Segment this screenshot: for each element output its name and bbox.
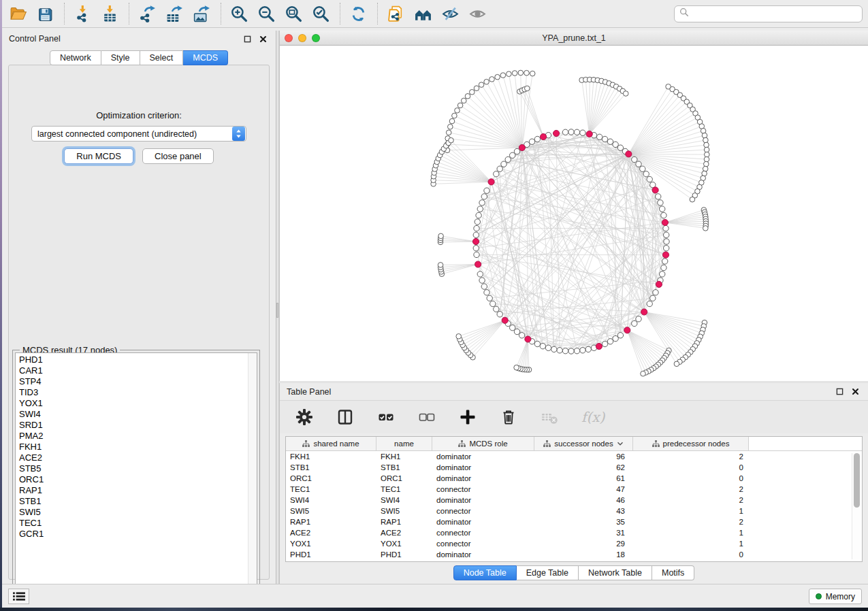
mcds-result-item[interactable]: YOX1 [16,398,257,409]
optimization-criterion-select[interactable]: largest connected component (undirected) [31,126,246,142]
mcds-result-item[interactable]: STP4 [16,376,257,387]
column-header-shared-name[interactable]: shared name [286,437,376,450]
table-tab-node-table[interactable]: Node Table [453,565,517,580]
table-settings-icon [295,408,315,426]
mcds-result-item[interactable]: SWI4 [16,409,257,420]
zoom-out-button[interactable] [256,3,278,24]
mcds-result-group: MCDS result (17 nodes) PHD1CAR1STP4TID3Y… [12,350,260,603]
mcds-result-item[interactable]: SRD1 [16,420,257,431]
select-all-button[interactable] [375,406,398,429]
table-row[interactable]: TEC1TEC1connector472 [286,484,862,495]
close-panel-button[interactable] [259,34,269,44]
float-panel-button[interactable] [244,34,253,44]
mcds-result-item[interactable]: STB5 [16,463,257,474]
import-network-button[interactable] [72,3,94,24]
table-scrollbar-thumb[interactable] [854,453,860,508]
mcds-list-scrollbar[interactable] [248,353,257,599]
zoom-fit-button[interactable] [283,3,305,24]
export-image-icon [193,5,212,23]
export-table-button[interactable] [164,3,186,24]
table-row[interactable]: ACE2ACE2connector311 [286,527,862,538]
memory-status-icon [816,593,822,599]
import-table-button[interactable] [99,3,121,24]
open-file-button[interactable] [7,3,29,24]
table-tab-network-table[interactable]: Network Table [579,565,652,580]
attribute-tree-icon [458,440,466,447]
attribute-tree-icon [302,440,310,447]
control-panel: Control Panel NetworkStyleSelectMCDS Opt… [2,31,276,584]
new-network-from-selection-button[interactable] [385,3,407,24]
column-header-predecessor-nodes[interactable]: predecessor nodes [633,437,749,450]
first-neighbors-icon [414,5,433,23]
mcds-result-item[interactable]: SWI5 [16,507,257,518]
function-builder-button[interactable]: f(x) [579,406,602,429]
import-network-icon [74,5,93,23]
delete-table-icon [541,408,560,426]
mcds-result-item[interactable]: FKH1 [16,442,257,452]
table-row[interactable]: SWI4SWI4dominator462 [286,495,862,506]
table-row[interactable]: SWI5SWI5connector431 [286,506,862,516]
network-canvas[interactable] [280,46,868,381]
splitter-grip[interactable] [276,303,278,318]
table-tab-motifs[interactable]: Motifs [652,565,694,580]
close-table-panel-button[interactable] [852,387,861,397]
search-input[interactable] [692,9,857,18]
refresh-button[interactable] [348,3,370,24]
show-panels-menu-button[interactable] [8,589,29,604]
export-image-button[interactable] [191,3,213,24]
mcds-result-item[interactable]: PMA2 [16,431,257,442]
table-row[interactable]: RAP1RAP1dominator352 [286,516,862,527]
select-all-icon [377,408,396,426]
control-tab-style[interactable]: Style [101,50,140,65]
mcds-result-item[interactable]: STB1 [16,496,257,507]
float-table-panel-button[interactable] [836,387,846,397]
hide-selected-button[interactable] [440,3,462,24]
table-scrollbar[interactable] [852,453,861,559]
table-row[interactable]: FKH1FKH1dominator962 [286,451,862,462]
table-row[interactable]: YOX1YOX1connector291 [286,538,862,549]
zoom-in-button[interactable] [229,3,251,24]
delete-row-button[interactable] [498,406,521,429]
column-header-mcds-role[interactable]: MCDS role [432,437,534,450]
run-mcds-button[interactable]: Run MCDS [64,148,133,164]
save-button[interactable] [35,3,57,24]
mcds-result-item[interactable]: PHD1 [16,354,257,365]
export-network-button[interactable] [137,3,159,24]
mcds-result-item[interactable]: TEC1 [16,518,257,529]
close-panel-button-2[interactable]: Close panel [142,148,214,164]
column-header-successor-nodes[interactable]: successor nodes [534,437,633,450]
dropdown-stepper-icon [232,127,245,141]
mcds-result-item[interactable]: CAR1 [16,365,257,376]
delete-table-button[interactable] [539,406,562,429]
mcds-result-item[interactable]: ACE2 [16,452,257,463]
desktop: Control Panel NetworkStyleSelectMCDS Opt… [0,0,868,611]
table-columns-button[interactable] [334,406,357,429]
toolbar-separator [129,3,129,24]
search-box[interactable] [674,5,863,22]
deselect-all-button[interactable] [416,406,439,429]
network-graph[interactable] [280,46,868,381]
mcds-result-item[interactable]: ORC1 [16,474,257,485]
first-neighbors-button[interactable] [413,3,434,24]
table-row[interactable]: ORC1ORC1dominator610 [286,473,862,484]
add-row-button[interactable] [457,406,480,429]
memory-button[interactable]: Memory [809,589,862,604]
toolbar-separator [221,3,221,24]
attribute-tree-icon [543,440,551,447]
table-tab-edge-table[interactable]: Edge Table [517,565,579,580]
control-tab-select[interactable]: Select [140,50,184,65]
mcds-result-item[interactable]: GCR1 [16,529,257,540]
table-panel-title: Table Panel [287,387,331,397]
mcds-result-item[interactable]: TID3 [16,387,257,398]
show-all-button[interactable] [467,3,489,24]
table-settings-button[interactable] [293,406,317,429]
zoom-selected-icon [312,5,331,23]
zoom-selected-button[interactable] [310,3,332,24]
table-row[interactable]: STB1STB1dominator620 [286,462,862,473]
mcds-result-item[interactable]: RAP1 [16,485,257,496]
control-tab-network[interactable]: Network [50,50,101,65]
column-header-name[interactable]: name [376,437,432,450]
table-row[interactable]: PHD1PHD1dominator180 [286,549,862,560]
mcds-tab-content: Optimization criterion: largest connecte… [8,65,270,580]
control-tab-mcds[interactable]: MCDS [183,50,228,65]
